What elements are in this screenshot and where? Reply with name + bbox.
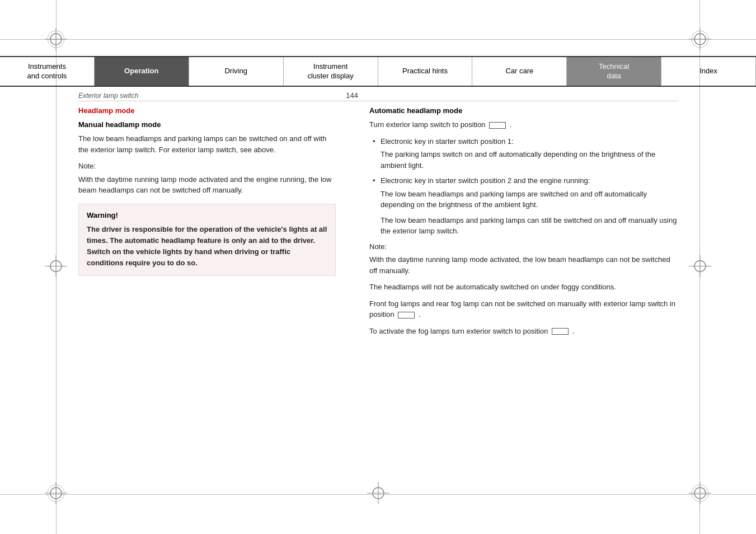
corner-deco-bottom-right	[689, 482, 711, 506]
bullet-2-sub1: The low beam headlamps and parking lamps…	[381, 189, 678, 210]
mid-crosshair-left	[45, 255, 67, 279]
left-note-text: With the daytime running lamp mode activ…	[78, 174, 336, 196]
nav-index[interactable]: Index	[661, 57, 756, 86]
bullet-2-sub2: The low beam headlamps and parking lamps…	[381, 215, 678, 237]
breadcrumb: Exterior lamp switch	[78, 92, 138, 100]
bullet-1-sub: The parking lamps switch on and off auto…	[381, 149, 678, 171]
warning-box: Warning! The driver is responsible for t…	[78, 204, 336, 277]
auto-intro-text: Turn exterior lamp switch to position .	[369, 119, 678, 130]
content-area: Headlamp mode Manual headlamp mode The l…	[78, 106, 678, 478]
corner-deco-top-left	[45, 28, 67, 52]
auto-headlamp-title: Automatic headlamp mode	[369, 106, 678, 115]
warning-text: The driver is responsible for the operat…	[87, 224, 327, 269]
nav-instrument-cluster[interactable]: Instrumentcluster display	[284, 57, 378, 86]
bullet-1: Electronic key in starter switch positio…	[369, 136, 678, 171]
nav-practical-hints[interactable]: Practical hints	[378, 57, 473, 86]
manual-headlamp-text: The low beam headlamps and parking lamps…	[78, 133, 336, 155]
nav-technical-data[interactable]: Technicaldata	[567, 57, 661, 86]
top-line	[0, 39, 756, 40]
left-note-label: Note:	[78, 161, 336, 172]
right-column: Automatic headlamp mode Turn exterior la…	[369, 106, 678, 342]
page-number: 144	[346, 91, 358, 100]
headlamp-mode-title: Headlamp mode	[78, 106, 336, 115]
nav-operation[interactable]: Operation	[95, 57, 189, 86]
warning-title: Warning!	[87, 211, 327, 219]
left-column: Headlamp mode Manual headlamp mode The l…	[78, 106, 336, 276]
right-note2: The headlamps will not be automatically …	[369, 282, 678, 293]
mid-crosshair-right	[689, 255, 711, 279]
right-note-label: Note:	[369, 241, 678, 252]
right-note1: With the daytime running lamp mode activ…	[369, 254, 678, 276]
corner-deco-top-right	[689, 28, 711, 52]
nav-driving[interactable]: Driving	[189, 57, 284, 86]
corner-deco-bottom-left	[45, 482, 67, 506]
manual-headlamp-title: Manual headlamp mode	[78, 120, 336, 129]
right-note3: Front fog lamps and rear fog lamp can no…	[369, 298, 678, 320]
bullet-2: Electronic key in starter switch positio…	[369, 175, 678, 237]
center-bottom-crosshair	[367, 482, 389, 506]
nav-car-care[interactable]: Car care	[472, 57, 567, 86]
navigation-bar: Instruments and controls Operation Drivi…	[0, 56, 756, 87]
nav-instruments-controls[interactable]: Instruments and controls	[0, 57, 95, 86]
right-note4: To activate the fog lamps turn exterior …	[369, 326, 678, 337]
section-divider	[78, 101, 678, 101]
